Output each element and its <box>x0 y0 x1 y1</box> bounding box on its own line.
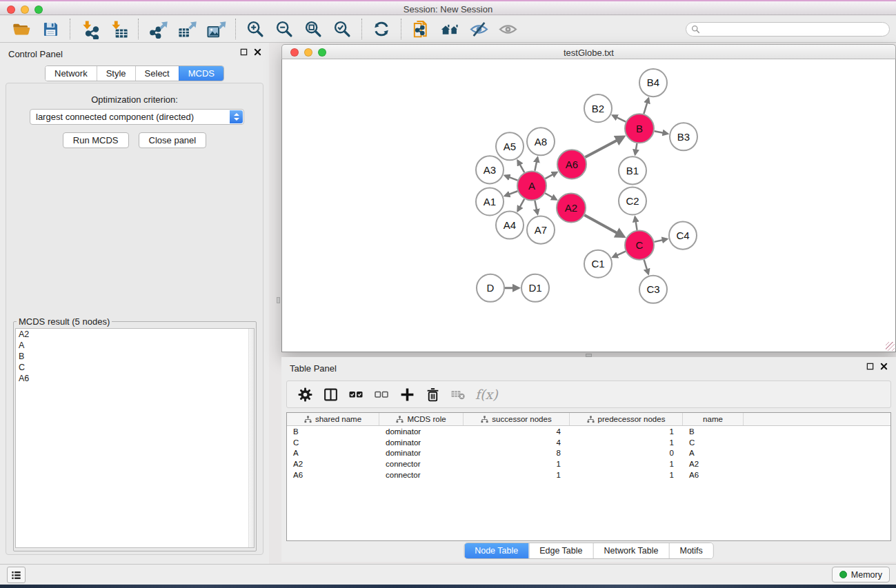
tab-mcds[interactable]: MCDS <box>179 66 223 81</box>
table-mode-settings-button[interactable] <box>295 385 315 404</box>
tab-edge-table[interactable]: Edge Table <box>528 543 593 558</box>
cell-successor-nodes[interactable]: 4 <box>464 438 570 447</box>
cell-successor-nodes[interactable]: 1 <box>464 471 570 479</box>
result-item[interactable]: A2 <box>16 329 254 340</box>
edge-A-A7[interactable] <box>535 201 537 214</box>
cell-name[interactable]: A2 <box>683 460 744 468</box>
criterion-dropdown[interactable]: largest connected component (directed) <box>30 109 244 125</box>
node-C2[interactable]: C2 <box>619 187 646 214</box>
edge-A-A1[interactable] <box>505 191 517 196</box>
cell-successor-nodes[interactable]: 1 <box>464 460 570 468</box>
edge-A2-C[interactable] <box>584 215 624 236</box>
edge-A-A4[interactable] <box>518 199 525 211</box>
deselect-all-button[interactable] <box>372 385 391 404</box>
import-table-button[interactable] <box>104 17 133 41</box>
cell-MCDS-role[interactable]: connector <box>379 460 464 468</box>
cell-name[interactable]: B <box>683 427 744 436</box>
edge-A6-B[interactable] <box>585 136 624 157</box>
edge-A-A6[interactable] <box>545 172 557 179</box>
edge-A-A8[interactable] <box>535 157 537 170</box>
search-field[interactable] <box>686 22 890 37</box>
column-header-MCDS-role[interactable]: MCDS role <box>379 413 464 425</box>
search-input[interactable] <box>700 24 889 35</box>
cell-name[interactable]: A6 <box>683 471 744 479</box>
edge-A-A3[interactable] <box>505 176 517 181</box>
cell-MCDS-role[interactable]: dominator <box>379 427 464 436</box>
delete-columns-button[interactable] <box>423 385 442 404</box>
node-B3[interactable]: B3 <box>670 123 697 150</box>
cell-name[interactable]: C <box>683 438 744 447</box>
destroy-table-button[interactable] <box>448 385 468 404</box>
close-panel-icon[interactable] <box>880 363 888 370</box>
table-row[interactable]: A2connector11A2 <box>287 458 890 469</box>
create-column-button[interactable] <box>397 385 417 404</box>
node-A1[interactable]: A1 <box>476 187 504 215</box>
edge-A-A2[interactable] <box>545 193 556 199</box>
table-row[interactable]: Cdominator41C <box>287 437 890 448</box>
zoom-out-button[interactable] <box>270 17 299 41</box>
tab-network-table[interactable]: Network Table <box>593 543 669 558</box>
export-image-button[interactable] <box>201 17 230 41</box>
cell-shared-name[interactable]: A2 <box>287 460 379 468</box>
cell-MCDS-role[interactable]: connector <box>379 471 464 479</box>
column-header-name[interactable]: name <box>683 413 744 425</box>
node-A7[interactable]: A7 <box>527 216 555 244</box>
cell-successor-nodes[interactable]: 4 <box>464 427 570 436</box>
edge-B-B4[interactable] <box>644 99 648 114</box>
cell-predecessor-nodes[interactable]: 1 <box>570 471 683 479</box>
tab-select[interactable]: Select <box>135 66 179 81</box>
column-header-predecessor-nodes[interactable]: predecessor nodes <box>570 413 683 425</box>
result-item[interactable]: A <box>16 340 254 351</box>
edge-B-B2[interactable] <box>613 115 626 121</box>
close-panel-button[interactable]: Close panel <box>139 132 207 148</box>
float-panel-icon[interactable] <box>866 363 874 370</box>
cell-MCDS-role[interactable]: dominator <box>379 438 464 447</box>
node-D[interactable]: D <box>477 274 504 302</box>
function-builder-button[interactable]: f(x) <box>475 387 498 402</box>
import-network-button[interactable] <box>75 17 104 41</box>
cell-predecessor-nodes[interactable]: 0 <box>570 449 683 457</box>
tab-network[interactable]: Network <box>46 66 97 81</box>
edge-C-C1[interactable] <box>613 252 626 257</box>
cell-shared-name[interactable]: B <box>287 427 379 436</box>
refresh-layout-button[interactable] <box>367 17 396 41</box>
memory-button[interactable]: Memory <box>832 567 890 582</box>
node-A2[interactable]: A2 <box>557 193 586 222</box>
network-from-selection-button[interactable] <box>406 17 435 41</box>
network-graph[interactable]: B4B2BB3A5A8A6A3B1AA1C2A2A4A7C4CC1C3DD1 <box>282 59 895 352</box>
node-A3[interactable]: A3 <box>476 156 504 183</box>
node-C4[interactable]: C4 <box>669 222 697 250</box>
cell-MCDS-role[interactable]: dominator <box>379 449 464 457</box>
cell-shared-name[interactable]: C <box>287 438 379 447</box>
open-session-button[interactable] <box>7 17 36 41</box>
edge-A-A5[interactable] <box>518 161 525 172</box>
show-columns-button[interactable] <box>321 385 340 404</box>
edge-C-C4[interactable] <box>654 239 667 242</box>
node-B1[interactable]: B1 <box>619 156 646 184</box>
tab-motifs[interactable]: Motifs <box>668 543 713 558</box>
export-table-button[interactable] <box>172 17 201 41</box>
network-canvas[interactable]: B4B2BB3A5A8A6A3B1AA1C2A2A4A7C4CC1C3DD1 <box>281 59 896 352</box>
tab-node-table[interactable]: Node Table <box>464 543 528 558</box>
edge-B-B1[interactable] <box>635 143 637 154</box>
table-row[interactable]: A6connector11A6 <box>287 469 890 480</box>
window-resize-grip[interactable] <box>886 342 895 351</box>
result-item[interactable]: C <box>16 362 254 373</box>
network-window-titlebar[interactable]: testGlobe.txt <box>281 44 896 59</box>
node-A6[interactable]: A6 <box>557 150 586 179</box>
node-A8[interactable]: A8 <box>527 128 555 155</box>
node-B[interactable]: B <box>625 114 654 143</box>
cell-shared-name[interactable]: A6 <box>287 471 379 479</box>
select-all-button[interactable] <box>346 385 366 404</box>
column-header-successor-nodes[interactable]: successor nodes <box>464 413 570 425</box>
cell-predecessor-nodes[interactable]: 1 <box>570 438 683 447</box>
zoom-fit-button[interactable] <box>299 17 328 41</box>
edge-C-C3[interactable] <box>644 260 648 274</box>
node-D1[interactable]: D1 <box>521 274 549 302</box>
show-all-button[interactable] <box>493 17 522 41</box>
table-row[interactable]: Bdominator41B <box>287 426 890 437</box>
result-scrollbar[interactable] <box>248 329 254 547</box>
zoom-in-button[interactable] <box>241 17 270 41</box>
node-A[interactable]: A <box>517 171 546 200</box>
show-panel-list-button[interactable] <box>7 567 26 583</box>
